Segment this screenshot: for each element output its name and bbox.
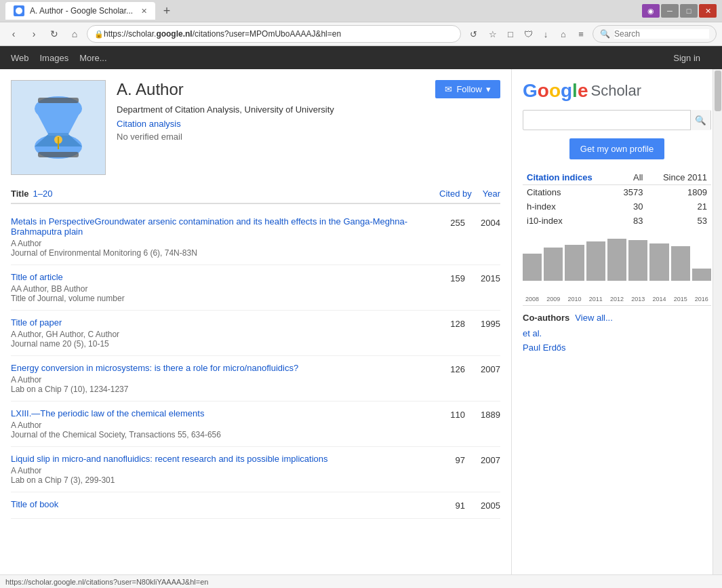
citations-label: Citations — [523, 185, 613, 200]
readinglist-icon[interactable]: □ — [503, 26, 518, 41]
status-text: https://scholar.google.nl/citations?user… — [5, 578, 208, 586]
chart-year-label: 2008 — [523, 296, 542, 302]
scrollbar[interactable] — [713, 69, 722, 588]
paper-year: 2015 — [476, 273, 500, 283]
coauthor-et-al[interactable]: et al. — [523, 328, 711, 338]
url-text: https://scholar.google.nl/citations?user… — [104, 29, 341, 39]
chart-bar — [523, 254, 542, 281]
chart-bar — [607, 239, 626, 281]
sign-in-link[interactable]: Sign in — [673, 53, 700, 63]
paper-cited-count: 110 — [445, 410, 465, 420]
home-nav-icon[interactable]: ⌂ — [556, 26, 571, 41]
view-all-link[interactable]: View all... — [575, 313, 612, 323]
browser-search-input[interactable] — [614, 29, 709, 39]
minimize-button[interactable]: ─ — [661, 4, 679, 18]
year-header[interactable]: Year — [483, 189, 500, 199]
i10index-all: 83 — [613, 214, 647, 228]
url-bar[interactable]: 🔒 https://scholar.google.nl/citations?us… — [87, 25, 461, 43]
paper-journal: Journal of Environmental Monitoring 6 (6… — [11, 248, 445, 258]
svg-rect-6 — [48, 133, 68, 136]
envelope-icon: ✉ — [445, 84, 452, 94]
hindex-row: h-index 30 21 — [523, 199, 711, 214]
refresh-button[interactable]: ↻ — [46, 26, 62, 42]
chart-bar — [544, 248, 563, 281]
paper-authors: AA Author, BB Author — [11, 284, 445, 294]
shield-icon[interactable]: 🛡 — [521, 26, 536, 41]
nav-images[interactable]: Images — [40, 53, 69, 63]
chart-year-label: 2014 — [649, 296, 668, 302]
col-since-header: Since 2011 — [647, 170, 711, 185]
cited-by-header[interactable]: Cited by — [439, 189, 472, 199]
paper-cited-count: 255 — [445, 218, 465, 228]
lock-icon: 🔒 — [94, 30, 104, 39]
citation-chart — [523, 239, 711, 293]
coauthor-paul-erdos[interactable]: Paul Erdős — [523, 342, 711, 353]
svg-rect-8 — [38, 152, 79, 157]
citations-all: 3573 — [613, 185, 647, 200]
scholar-search-input[interactable] — [523, 115, 690, 125]
paper-year: 2004 — [476, 218, 500, 228]
i10index-label: i10-index — [523, 214, 613, 228]
scholar-text: Scholar — [590, 82, 641, 100]
papers-range[interactable]: 1–20 — [33, 189, 53, 199]
paper-year: 1889 — [476, 410, 500, 420]
paper-cited-count: 97 — [445, 455, 465, 465]
i10index-since: 53 — [647, 214, 711, 228]
active-tab[interactable]: A. Author - Google Scholar... ✕ — [5, 2, 155, 20]
col-all-header: All — [613, 170, 647, 185]
new-tab-button[interactable]: + — [158, 2, 176, 20]
paper-journal: Lab on a Chip 7 (10), 1234-1237 — [11, 385, 445, 394]
chart-bar — [692, 269, 711, 281]
scrollbar-thumb[interactable] — [715, 71, 721, 111]
paper-authors: A Author — [11, 239, 445, 248]
paper-title-link[interactable]: Metals in PerspectiveGroundwater arsenic… — [11, 216, 445, 237]
paper-title-link[interactable]: LXIII.—The periodic law of the chemical … — [11, 408, 445, 418]
hindex-label: h-index — [523, 199, 613, 214]
download-icon[interactable]: ↓ — [538, 26, 553, 41]
search-icon: 🔍 — [600, 29, 610, 39]
author-info: A. Author ✉ Follow ▾ Department of Citat… — [117, 80, 500, 175]
paper-row: Title of article AA Author, BB Author Ti… — [11, 265, 500, 311]
paper-title-link[interactable]: Title of paper — [11, 317, 445, 328]
paper-year: 2007 — [476, 455, 500, 465]
paper-title-link[interactable]: Liquid slip in micro-and nanofluidics: r… — [11, 454, 445, 464]
paper-title-link[interactable]: Energy conversion in microsystems: is th… — [11, 363, 445, 373]
get-profile-button[interactable]: Get my own profile — [569, 138, 664, 159]
chart-year-label: 2013 — [628, 296, 647, 302]
forward-button[interactable]: › — [26, 26, 42, 42]
paper-cited-count: 126 — [445, 364, 465, 374]
paper-row: Liquid slip in micro-and nanofluidics: r… — [11, 447, 500, 492]
nav-more[interactable]: More... — [79, 53, 106, 63]
follow-label: Follow — [456, 84, 482, 94]
bookmark-icon[interactable]: ☆ — [485, 26, 500, 41]
maximize-button[interactable]: □ — [680, 4, 698, 18]
scholar-search-bar[interactable]: 🔍 — [523, 110, 711, 130]
extension-button[interactable]: ◉ — [642, 4, 660, 18]
menu-icon[interactable]: ≡ — [574, 26, 588, 41]
paper-title-link[interactable]: Title of book — [11, 499, 445, 509]
browser-search-bar[interactable]: 🔍 — [593, 25, 717, 43]
chart-year-label: 2012 — [607, 296, 626, 302]
chart-year-label: 2010 — [565, 296, 584, 302]
research-area-link[interactable]: Citation analysis — [117, 119, 500, 129]
logo-g-blue2: g — [561, 80, 572, 101]
paper-year: 2007 — [476, 364, 500, 374]
close-button[interactable]: ✕ — [699, 4, 717, 18]
tab-close-button[interactable]: ✕ — [141, 7, 147, 16]
i10index-row: i10-index 83 53 — [523, 214, 711, 228]
back-button[interactable]: ‹ — [5, 26, 22, 42]
home-button[interactable]: ⌂ — [66, 26, 83, 42]
follow-button[interactable]: ✉ Follow ▾ — [435, 80, 500, 98]
paper-title-link[interactable]: Title of article — [11, 272, 445, 282]
citation-indices-table: Citation indices All Since 2011 Citation… — [523, 170, 711, 228]
nav-web[interactable]: Web — [11, 53, 29, 63]
status-bar: https://scholar.google.nl/citations?user… — [0, 574, 722, 588]
reload-icon[interactable]: ↺ — [465, 26, 481, 42]
coauthors-section: Co-authors View all... — [523, 305, 711, 323]
scholar-search-button[interactable]: 🔍 — [690, 110, 710, 130]
logo-g-blue: G — [523, 80, 538, 101]
hindex-since: 21 — [647, 199, 711, 214]
paper-cited-count: 128 — [445, 319, 465, 329]
paper-row: Title of book 91 2005 — [11, 492, 500, 519]
papers-header: Title 1–20 Cited by Year — [11, 189, 500, 204]
